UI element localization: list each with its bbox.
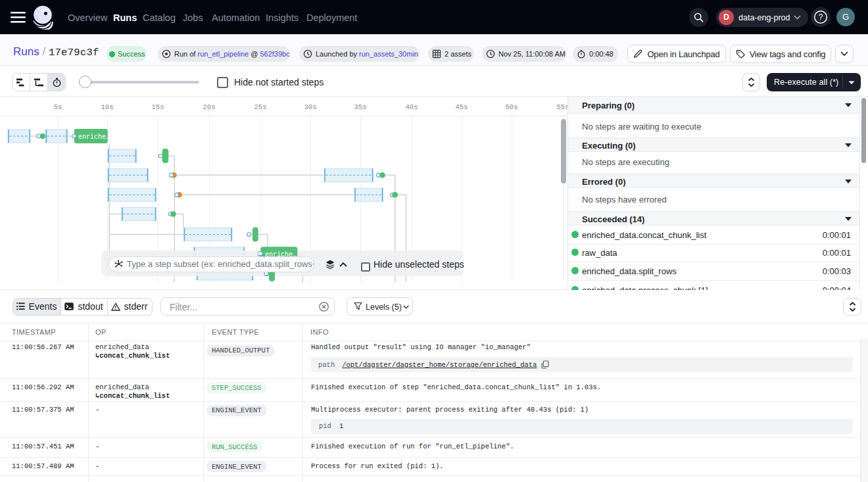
svg-text:15s: 15s xyxy=(152,103,164,111)
svg-text:enriche…: enriche… xyxy=(78,133,110,141)
svg-text:35s: 35s xyxy=(354,103,367,111)
svg-text:30s: 30s xyxy=(304,103,317,111)
svg-text:55s: 55s xyxy=(557,103,567,111)
svg-text:5s: 5s xyxy=(54,103,62,111)
svg-text:?: ? xyxy=(819,12,823,22)
svg-text:25s: 25s xyxy=(254,103,267,111)
svg-text:20s: 20s xyxy=(203,103,216,111)
svg-text:40s: 40s xyxy=(406,103,418,111)
svg-text:45s: 45s xyxy=(456,103,468,111)
svg-text:50s: 50s xyxy=(506,103,518,111)
svg-text:10s: 10s xyxy=(101,103,114,111)
